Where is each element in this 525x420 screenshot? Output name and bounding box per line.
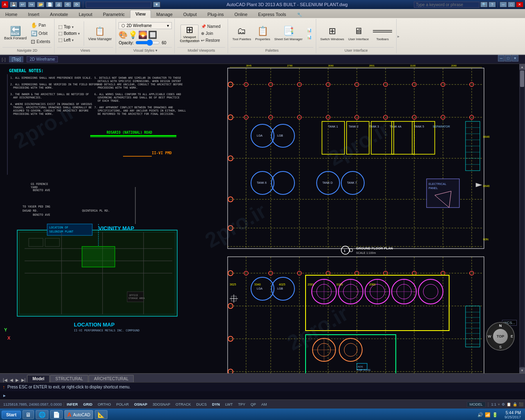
tab-insert[interactable]: Insert [23, 10, 45, 18]
extents-btn[interactable]: ⊡ Extents [29, 38, 52, 46]
switch-windows-btn[interactable]: ⊞ Switch Windows [319, 25, 346, 42]
maximize-btn[interactable]: □ [508, 2, 515, 7]
infer-btn[interactable]: INFER [64, 402, 80, 407]
back-forward-btn[interactable]: 🔙 Back Forward [2, 26, 28, 41]
sb-icon3[interactable]: 🔒 [513, 402, 517, 406]
new-btn[interactable]: 📄 [46, 2, 53, 7]
sb-icon1[interactable]: ⚙ [502, 402, 505, 406]
tab-model[interactable]: Model [27, 375, 50, 382]
sys-icon3[interactable]: 🔋 [492, 412, 498, 418]
drawing-content[interactable]: GENERAL NOTES: 1. ALL DIMENSIONS SHALL H… [0, 64, 525, 373]
tab-annotate[interactable]: Annotate [45, 10, 73, 18]
workspace-dropdown-arrow[interactable]: ▼ [153, 2, 160, 7]
back-label[interactable]: Back [4, 36, 12, 40]
ducs-btn[interactable]: DUCS [194, 402, 210, 407]
scale-display[interactable]: 1:1 [491, 402, 496, 406]
left-view-btn[interactable]: ⬚ Left ▾ [57, 37, 81, 43]
viewport-tag[interactable]: [Top] [9, 56, 24, 62]
taskbar-item-2[interactable]: 🌐 [36, 410, 48, 419]
tpy-btn[interactable]: TPY [235, 402, 248, 407]
polar-btn[interactable]: POLAR [114, 402, 131, 407]
tab-layout[interactable]: Layout [73, 10, 98, 18]
scroll-down-btn[interactable]: ▼ [519, 368, 525, 373]
scroll-up-btn[interactable]: ▲ [519, 64, 525, 70]
vs-btn2[interactable]: 💡 [128, 30, 137, 39]
minimize-btn[interactable]: ─ [500, 2, 507, 7]
am-btn[interactable]: AM [259, 402, 269, 407]
undo2-btn[interactable]: ⟲ [64, 2, 71, 7]
palette-extra2[interactable]: 📊 [305, 34, 313, 40]
model-mode[interactable]: MODEL [467, 402, 486, 407]
search-btn[interactable]: 🔍 [480, 2, 488, 7]
undo-btn[interactable]: ↩ [19, 2, 26, 7]
top-view-btn[interactable]: ⬚ Top ▾ [57, 24, 81, 30]
properties-btn[interactable]: 📋 Properties [253, 25, 272, 42]
taskbar-autocad[interactable]: A AutoCAD [64, 410, 93, 419]
toolbars-btn[interactable]: ═══ Toolbars [371, 25, 394, 42]
drawing-restore-btn[interactable]: □ [505, 55, 511, 62]
tool-palettes-btn[interactable]: 🗂 Tool Palettes [231, 25, 253, 42]
top-dropdown-icon[interactable]: ▾ [72, 25, 74, 29]
help-icon[interactable]: ? [488, 2, 496, 7]
tab-structural[interactable]: STRUCTURAL [50, 375, 88, 382]
sb-icon2[interactable]: 📋 [507, 402, 511, 406]
open-btn[interactable]: 📂 [37, 2, 44, 7]
taskbar-item-5[interactable]: 📐 [95, 410, 107, 419]
qp-btn[interactable]: QP [248, 402, 258, 407]
orbit-btn[interactable]: 🔄 Orbit [29, 30, 52, 37]
viewport-style-tag[interactable]: 2D Wireframe [27, 56, 58, 62]
tab-home[interactable]: Home [0, 10, 23, 18]
left-dropdown-icon[interactable]: ▾ [72, 38, 74, 42]
viewport-config-btn[interactable]: ⊞ Viewport Configuration [180, 25, 199, 43]
plot-btn[interactable]: 🖨 [55, 2, 62, 7]
workspace-dropdown[interactable]: Drafting & Annotation [86, 2, 151, 8]
otrack-btn[interactable]: OTRACK [173, 402, 194, 407]
tab-online[interactable]: Online [229, 10, 253, 18]
taskbar-item-3[interactable]: 📄 [50, 410, 63, 419]
grid-btn[interactable]: GRID [81, 402, 95, 407]
start-button[interactable]: Start [2, 411, 21, 419]
sys-icon1[interactable]: 🔊 [477, 412, 483, 418]
tab-architectural[interactable]: ARCHITECTURAL [89, 375, 134, 382]
taskbar-item-1[interactable]: 🖥 [23, 410, 34, 419]
pan-btn[interactable]: ✋ Pan [29, 21, 52, 29]
tab-plugins[interactable]: Plug-ins [202, 10, 229, 18]
scroll-thumb[interactable] [520, 71, 524, 87]
sys-icon2[interactable]: 📶 [485, 412, 491, 418]
tab-parametric[interactable]: Parametric [98, 10, 130, 18]
sheet-set-manager-btn[interactable]: 📑 Sheet Set Manager [273, 25, 304, 42]
join-btn[interactable]: ⊕ Join [199, 30, 222, 37]
3dosnap-btn[interactable]: 3DOSNAP [150, 402, 173, 407]
user-interface-btn[interactable]: 🖥 User Interface [347, 25, 370, 42]
search-input[interactable] [414, 2, 479, 8]
ribbon-expand-btn[interactable]: ▸ [397, 19, 400, 53]
tab-nav-prev[interactable]: ◀ [9, 378, 14, 382]
forward-label[interactable]: Forward [13, 36, 27, 40]
tab-manage[interactable]: Manage [151, 10, 178, 18]
vs-btn4[interactable]: 🔲 [148, 30, 157, 39]
opacity-slider[interactable] [135, 41, 160, 45]
vs-btn1[interactable]: 🎨 [119, 30, 128, 39]
named-btn[interactable]: 📌 Named [199, 23, 222, 30]
cmd-expand-icon[interactable]: ↑ [2, 384, 5, 390]
view-manager-btn[interactable]: 📋 View Manager [87, 25, 113, 42]
save-btn[interactable]: 💾 [10, 2, 17, 7]
tab-nav-right[interactable]: ▶| [20, 378, 27, 382]
tab-nav-next[interactable]: ▶ [14, 378, 20, 382]
redo2-btn[interactable]: ⟳ [73, 2, 80, 7]
scroll-track[interactable] [520, 71, 524, 367]
drawing-close-btn[interactable]: ✕ [512, 55, 518, 62]
vs-btn3[interactable]: 🌄 [138, 30, 147, 39]
lwt-btn[interactable]: LWT [223, 402, 235, 407]
palette-extra1[interactable]: 📊 [305, 27, 313, 33]
close-btn[interactable]: ✕ [516, 2, 523, 7]
restore-btn[interactable]: ↩ Restore [199, 37, 222, 43]
drawing-minimize-btn[interactable]: ─ [498, 55, 504, 62]
bottom-dropdown-icon[interactable]: ▾ [78, 32, 80, 36]
tab-extra[interactable]: 🔧 [292, 11, 307, 18]
sb-icon4[interactable]: ⬛ [519, 402, 523, 406]
osnap-btn[interactable]: OSNAP [132, 402, 150, 407]
vertical-scrollbar[interactable]: ▲ ▼ [519, 64, 525, 373]
redo-btn[interactable]: ↪ [28, 2, 35, 7]
tab-express[interactable]: Express Tools [253, 10, 291, 18]
